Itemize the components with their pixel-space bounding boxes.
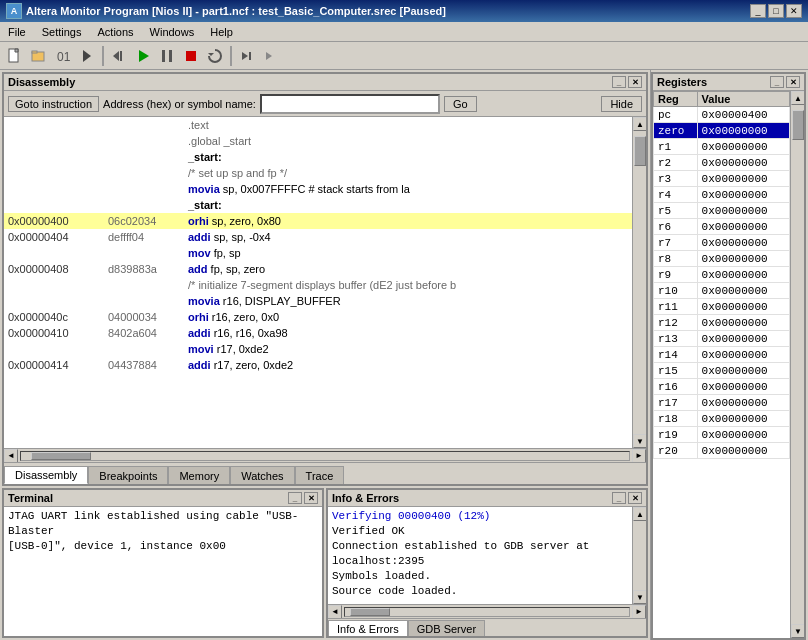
scroll-up-arrow[interactable]: ▲ xyxy=(633,117,646,131)
tab-gdb-server[interactable]: GDB Server xyxy=(408,620,485,636)
toolbar-step-into[interactable] xyxy=(260,45,282,67)
toolbar-pause[interactable] xyxy=(156,45,178,67)
h-scroll-track[interactable] xyxy=(20,451,630,461)
info-h-scrollbar[interactable]: ◄ ► xyxy=(328,604,646,618)
disasm-instruction: add fp, sp, zero xyxy=(184,261,632,277)
window-controls[interactable]: _ □ ✕ xyxy=(750,4,802,18)
scroll-left-arrow[interactable]: ◄ xyxy=(4,449,18,463)
disasm-row[interactable]: 0x000004108402a604 addi r16, r16, 0xa98 xyxy=(4,325,632,341)
disasm-row[interactable]: 0x00000404deffff04 addi sp, sp, -0x4 xyxy=(4,229,632,245)
disasm-row[interactable]: /* initialize 7-segment displays buffer … xyxy=(4,277,632,293)
goto-instruction-button[interactable]: Goto instruction xyxy=(8,96,99,112)
toolbar-step-over[interactable] xyxy=(236,45,258,67)
toolbar-open[interactable] xyxy=(28,45,50,67)
tab-disassembly[interactable]: Disassembly xyxy=(4,466,88,484)
svg-rect-8 xyxy=(162,50,165,62)
register-name: r15 xyxy=(654,363,698,379)
reg-scroll-down[interactable]: ▼ xyxy=(791,624,804,638)
h-scroll-thumb[interactable] xyxy=(31,452,91,460)
menu-actions[interactable]: Actions xyxy=(93,25,137,39)
info-scroll-track[interactable] xyxy=(633,521,646,590)
reg-minimize[interactable]: _ xyxy=(770,76,784,88)
close-button[interactable]: ✕ xyxy=(786,4,802,18)
reg-scroll-thumb[interactable] xyxy=(792,110,804,140)
disasm-addr: 0x0000040c xyxy=(4,309,104,325)
disasm-vertical-scrollbar[interactable]: ▲ ▼ xyxy=(632,117,646,448)
toolbar-load[interactable] xyxy=(76,45,98,67)
address-input[interactable] xyxy=(260,94,440,114)
minimize-button[interactable]: _ xyxy=(750,4,766,18)
scroll-down-arrow[interactable]: ▼ xyxy=(633,434,646,448)
info-scroll-left[interactable]: ◄ xyxy=(328,605,342,619)
panel-minimize[interactable]: _ xyxy=(612,76,626,88)
maximize-button[interactable]: □ xyxy=(768,4,784,18)
disasm-row[interactable]: 0x00000408d839883a add fp, sp, zero xyxy=(4,261,632,277)
reg-close[interactable]: ✕ xyxy=(786,76,800,88)
scroll-thumb[interactable] xyxy=(634,136,646,166)
toolbar-compile[interactable]: 01 xyxy=(52,45,74,67)
registers-title: Registers xyxy=(657,76,707,88)
reg-scroll-track[interactable] xyxy=(791,105,804,624)
disasm-row[interactable]: /* set up sp and fp */ xyxy=(4,165,632,181)
toolbar-rewind[interactable] xyxy=(108,45,130,67)
tab-info-errors[interactable]: Info & Errors xyxy=(328,620,408,636)
panel-close[interactable]: ✕ xyxy=(628,76,642,88)
disasm-row[interactable]: .global _start xyxy=(4,133,632,149)
disasm-horizontal-scrollbar[interactable]: ◄ ► xyxy=(4,448,646,462)
tab-breakpoints[interactable]: Breakpoints xyxy=(88,466,168,484)
disasm-addr xyxy=(4,277,104,293)
info-controls[interactable]: _ ✕ xyxy=(612,492,642,504)
terminal-close[interactable]: ✕ xyxy=(304,492,318,504)
disasm-row[interactable]: .text xyxy=(4,117,632,133)
disasm-row[interactable]: movia r16, DISPLAY_BUFFER xyxy=(4,293,632,309)
toolbar-run[interactable] xyxy=(132,45,154,67)
info-h-thumb[interactable] xyxy=(350,608,390,616)
disasm-row[interactable]: mov fp, sp xyxy=(4,245,632,261)
info-h-track[interactable] xyxy=(344,607,630,617)
register-row: r200x00000000 xyxy=(654,443,790,459)
menu-file[interactable]: File xyxy=(4,25,30,39)
reg-vertical-scrollbar[interactable]: ▲ ▼ xyxy=(790,91,804,638)
disasm-row[interactable]: movi r17, 0xde2 xyxy=(4,341,632,357)
tab-watches[interactable]: Watches xyxy=(230,466,294,484)
info-scroll-up[interactable]: ▲ xyxy=(633,507,646,521)
info-minimize[interactable]: _ xyxy=(612,492,626,504)
register-name: r4 xyxy=(654,187,698,203)
terminal-controls[interactable]: _ ✕ xyxy=(288,492,318,504)
disasm-instruction: _start: xyxy=(184,149,632,165)
disasm-row[interactable]: _start: xyxy=(4,149,632,165)
register-row: r160x00000000 xyxy=(654,379,790,395)
toolbar-stop[interactable] xyxy=(180,45,202,67)
menu-settings[interactable]: Settings xyxy=(38,25,86,39)
disasm-row[interactable]: 0x0000040006c02034 orhi sp, zero, 0x80 xyxy=(4,213,632,229)
register-value: 0x00000000 xyxy=(697,187,789,203)
reg-scroll-up[interactable]: ▲ xyxy=(791,91,804,105)
toolbar-refresh[interactable] xyxy=(204,45,226,67)
go-button[interactable]: Go xyxy=(444,96,477,112)
info-scroll-right[interactable]: ► xyxy=(632,605,646,619)
info-close[interactable]: ✕ xyxy=(628,492,642,504)
reg-controls[interactable]: _ ✕ xyxy=(770,76,800,88)
svg-text:01: 01 xyxy=(57,50,71,64)
disasm-addr xyxy=(4,245,104,261)
register-name: r5 xyxy=(654,203,698,219)
disasm-row[interactable]: 0x0000041404437884 addi r17, zero, 0xde2 xyxy=(4,357,632,373)
toolbar-new[interactable] xyxy=(4,45,26,67)
disasm-row[interactable]: movia sp, 0x007FFFFC # stack starts from… xyxy=(4,181,632,197)
scroll-track[interactable] xyxy=(633,131,646,434)
reg-col-name: Reg xyxy=(654,92,698,107)
scroll-right-arrow[interactable]: ► xyxy=(632,449,646,463)
hide-button[interactable]: Hide xyxy=(601,96,642,112)
menu-help[interactable]: Help xyxy=(206,25,237,39)
tab-trace[interactable]: Trace xyxy=(295,466,345,484)
disasm-row[interactable]: 0x0000040c04000034 orhi r16, zero, 0x0 xyxy=(4,309,632,325)
tab-memory[interactable]: Memory xyxy=(168,466,230,484)
disassembly-scroll[interactable]: .text .global _start _start: /* set up s… xyxy=(4,117,632,448)
info-scrollbar[interactable]: ▲ ▼ xyxy=(632,507,646,604)
panel-header-controls[interactable]: _ ✕ xyxy=(612,76,642,88)
menu-windows[interactable]: Windows xyxy=(146,25,199,39)
terminal-minimize[interactable]: _ xyxy=(288,492,302,504)
disasm-addr xyxy=(4,341,104,357)
disasm-row[interactable]: _start: xyxy=(4,197,632,213)
info-scroll-down[interactable]: ▼ xyxy=(633,590,646,604)
